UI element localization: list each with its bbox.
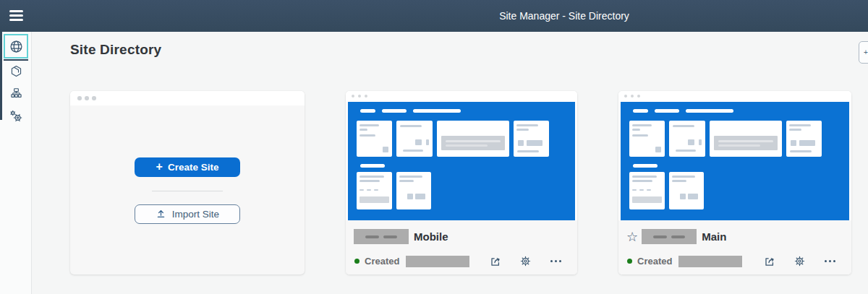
ellipsis-icon[interactable] <box>823 254 837 268</box>
card-window-bar <box>346 91 577 102</box>
card-window-bar <box>618 91 851 102</box>
create-site-label: Create Site <box>168 162 219 173</box>
divider <box>152 191 223 191</box>
import-site-label: Import Site <box>172 209 219 220</box>
redacted-date <box>406 256 469 267</box>
globe-icon <box>9 40 23 53</box>
gears-icon <box>9 110 22 123</box>
site-card-footer: Mobile Created <box>346 220 577 274</box>
window-edge-strip <box>0 32 2 120</box>
package-icon <box>10 65 22 77</box>
thumbnail-tab-pill <box>413 109 461 113</box>
shell-title: Site Manager - Site Directory <box>499 0 629 32</box>
thumbnail-tab-pill <box>382 109 407 113</box>
card-window-bar <box>70 91 305 105</box>
ellipsis-icon[interactable] <box>549 254 563 268</box>
site-card-mobile: Mobile Created <box>346 91 577 274</box>
thumbnail-tile <box>669 121 705 157</box>
redacted-site-name-prefix <box>642 229 697 244</box>
sidebar-item-site-hierarchy[interactable] <box>4 81 28 105</box>
shell-bar: Site Manager - Site Directory <box>0 0 868 32</box>
thumbnail-tile <box>437 121 509 157</box>
thumbnail-tab-pill <box>633 164 658 168</box>
create-site-button[interactable]: + Create Site <box>135 157 240 177</box>
site-thumbnail[interactable] <box>621 102 849 220</box>
thumbnail-tile <box>514 121 549 157</box>
sidebar-item-settings[interactable] <box>4 104 28 129</box>
site-thumbnail[interactable] <box>348 102 575 220</box>
thumbnail-tile <box>396 121 433 157</box>
thumbnail-tile <box>357 172 392 209</box>
page-title: Site Directory <box>70 42 161 58</box>
thumbnail-tab-pill <box>686 109 733 113</box>
site-card-footer: ☆ Main Created <box>618 220 851 274</box>
partial-button[interactable]: + <box>859 41 868 64</box>
share-icon[interactable] <box>488 254 502 268</box>
redacted-site-name-prefix <box>354 229 409 244</box>
gear-icon[interactable] <box>793 254 807 268</box>
site-card-main: ☆ Main Created <box>618 91 851 274</box>
upload-arrow-icon <box>156 208 166 221</box>
thumbnail-tile <box>629 121 665 157</box>
plus-icon: + <box>156 161 163 173</box>
window-dots-icon <box>624 95 644 98</box>
status-label: Created <box>637 256 672 267</box>
thumbnail-tile <box>357 121 392 157</box>
thumbnail-tab-pill <box>360 109 375 113</box>
import-site-button[interactable]: Import Site <box>135 204 240 224</box>
hamburger-icon[interactable] <box>9 10 23 22</box>
status-label: Created <box>365 256 399 267</box>
thumbnail-tile <box>396 172 431 209</box>
sidebar-item-content-packages[interactable] <box>4 59 28 83</box>
thumbnail-tile <box>669 172 704 209</box>
share-icon[interactable] <box>762 254 776 268</box>
gear-icon[interactable] <box>519 254 532 268</box>
favorite-star-icon[interactable]: ☆ <box>626 230 638 243</box>
thumbnail-tab-pill <box>360 164 385 168</box>
thumbnail-tab-pill <box>655 109 679 113</box>
thumbnail-tile <box>629 172 665 209</box>
thumbnail-tile <box>710 121 782 157</box>
create-site-card: + Create Site Import Site <box>70 91 305 274</box>
redacted-date <box>678 256 742 267</box>
partial-button-icon: + <box>864 48 868 56</box>
sidebar-item-site-directory[interactable] <box>4 34 28 59</box>
thumbnail-tile <box>786 121 822 157</box>
site-name: Mobile <box>414 230 448 243</box>
window-dots-icon <box>77 96 99 100</box>
org-chart-icon <box>10 87 22 100</box>
status-dot-icon <box>627 259 632 264</box>
window-dots-icon <box>352 95 371 98</box>
thumbnail-tab-pill <box>633 109 648 113</box>
side-navigation <box>0 32 32 294</box>
site-name: Main <box>702 230 726 243</box>
status-dot-icon <box>354 259 359 264</box>
